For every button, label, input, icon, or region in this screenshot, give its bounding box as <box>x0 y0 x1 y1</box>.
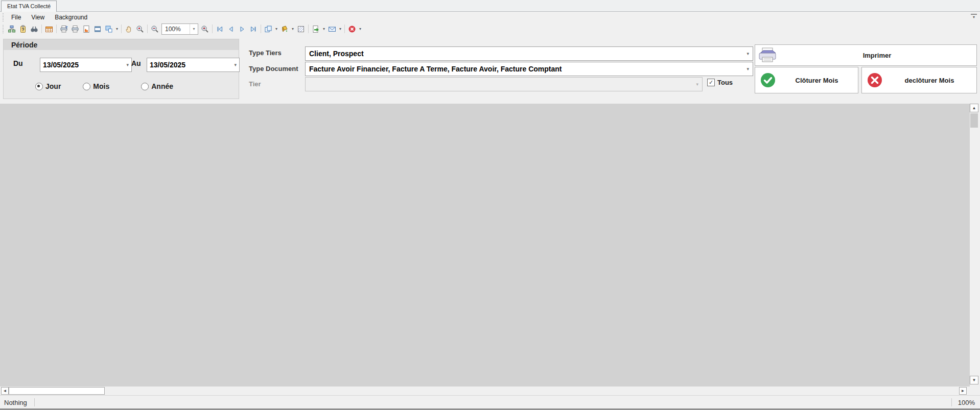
close-dropdown-arrow[interactable]: ▾ <box>358 27 363 31</box>
printer-icon <box>757 47 778 63</box>
page-setup-button[interactable] <box>81 23 92 35</box>
preview-content-area <box>0 104 970 387</box>
toolbar-separator <box>212 25 213 33</box>
hand-tool-button[interactable] <box>123 23 134 35</box>
tier-label: Tier <box>249 80 261 88</box>
send-email-icon <box>328 25 336 33</box>
last-page-button[interactable] <box>248 23 259 35</box>
multiple-pages-button[interactable] <box>263 23 274 35</box>
watermark-icon <box>297 25 305 33</box>
page-color-button[interactable] <box>279 23 290 35</box>
last-page-icon <box>249 25 258 33</box>
quick-print-button[interactable] <box>69 23 81 35</box>
magnifier-icon <box>136 25 144 33</box>
scroll-right-button[interactable]: ► <box>959 387 967 395</box>
radio-annee-label: Année <box>151 82 173 90</box>
toolbar-separator <box>308 25 309 33</box>
cloturer-mois-button[interactable]: Clôturer Mois <box>755 67 858 93</box>
radio-jour[interactable] <box>35 83 43 90</box>
status-text: Nothing <box>4 399 27 406</box>
next-page-button[interactable] <box>237 23 248 35</box>
date-du-dropdown-arrow[interactable]: ▾ <box>126 62 129 67</box>
vertical-scrollbar[interactable]: ▲ ▼ <box>970 104 978 384</box>
du-label: Du <box>13 59 23 67</box>
first-page-icon <box>216 25 224 33</box>
type-document-combo[interactable]: Facture Avoir Financier, Facture A Terme… <box>305 62 753 76</box>
tous-checkbox[interactable]: ✓ <box>707 79 715 86</box>
type-document-dropdown-arrow[interactable]: ▾ <box>746 66 749 71</box>
toolbar-overflow-button[interactable]: ▾ <box>971 14 977 19</box>
watermark-button[interactable] <box>295 23 307 35</box>
scroll-left-button[interactable]: ◄ <box>1 387 9 395</box>
magnifier-button[interactable] <box>134 23 146 35</box>
zoom-out-icon <box>151 25 159 33</box>
zoom-in-button[interactable] <box>199 23 211 35</box>
zoom-level-combo[interactable]: 100% ▾ <box>161 23 198 35</box>
email-dropdown-arrow[interactable]: ▾ <box>338 27 343 31</box>
toolbar-separator <box>121 25 122 33</box>
document-map-button[interactable] <box>6 23 17 35</box>
multiple-pages-dropdown-arrow[interactable]: ▾ <box>274 27 279 31</box>
red-x-icon <box>867 73 882 88</box>
date-du-combo[interactable]: 13/05/2025 ▾ <box>40 58 132 72</box>
scroll-up-button[interactable]: ▲ <box>970 104 978 112</box>
menu-file[interactable]: File <box>6 13 26 22</box>
customize-button[interactable] <box>43 23 55 35</box>
export-document-icon <box>312 25 320 33</box>
type-tiers-label: Type Tiers <box>249 49 282 57</box>
type-tiers-combo[interactable]: Client, Prospect ▾ <box>305 46 753 61</box>
zoom-level-dropdown-arrow[interactable]: ▾ <box>190 24 198 34</box>
parameters-icon: ? <box>19 25 27 33</box>
page-setup-icon <box>82 25 90 33</box>
status-zoom-value: 100% <box>958 399 975 406</box>
close-preview-icon <box>348 25 356 33</box>
type-document-label: Type Document <box>249 65 298 73</box>
page-color-dropdown-arrow[interactable]: ▾ <box>290 27 295 31</box>
horizontal-scrollbar[interactable]: ◄ ► <box>0 387 980 395</box>
granularity-radio-group: Jour Mois Année <box>35 82 173 90</box>
parameters-button[interactable]: ? <box>17 23 29 35</box>
horizontal-scrollbar-thumb[interactable] <box>9 387 105 395</box>
page-color-icon <box>281 25 289 33</box>
print-dialog-button[interactable]: ? <box>58 23 69 35</box>
next-page-icon <box>238 25 246 33</box>
export-dropdown-arrow[interactable]: ▾ <box>321 27 326 31</box>
decloturer-mois-label: declôturer Mois <box>882 77 976 84</box>
decloturer-mois-button[interactable]: declôturer Mois <box>861 67 977 93</box>
periode-groupbox: Période Du 13/05/2025 ▾ Au 13/05/2025 ▾ … <box>3 39 239 99</box>
radio-mois[interactable] <box>83 83 90 90</box>
close-preview-button[interactable] <box>346 23 358 35</box>
imprimer-button[interactable]: Imprimer <box>755 44 977 66</box>
au-label: Au <box>131 59 141 67</box>
toolbar-separator <box>41 25 42 33</box>
send-email-button[interactable] <box>326 23 338 35</box>
zoom-out-button[interactable] <box>149 23 160 35</box>
date-du-value: 13/05/2025 <box>43 61 79 69</box>
first-page-button[interactable] <box>214 23 225 35</box>
date-au-combo[interactable]: 13/05/2025 ▾ <box>147 58 240 72</box>
green-check-icon <box>760 73 776 88</box>
date-au-dropdown-arrow[interactable]: ▾ <box>234 62 237 67</box>
filter-panel: Période Du 13/05/2025 ▾ Au 13/05/2025 ▾ … <box>0 35 980 104</box>
toolbar-grip-handle[interactable] <box>2 25 5 33</box>
menu-background[interactable]: Background <box>50 13 92 22</box>
header-footer-button[interactable] <box>92 23 103 35</box>
menu-view[interactable]: View <box>26 13 50 22</box>
tier-combo: ▾ <box>305 77 703 91</box>
date-au-value: 13/05/2025 <box>150 61 185 69</box>
cloturer-mois-label: Clôturer Mois <box>776 77 858 84</box>
scale-dropdown-arrow[interactable]: ▾ <box>114 27 120 31</box>
previous-page-button[interactable] <box>225 23 237 35</box>
scale-button[interactable] <box>103 23 114 35</box>
radio-mois-label: Mois <box>93 82 109 90</box>
vertical-scrollbar-thumb[interactable] <box>970 113 978 128</box>
search-button[interactable] <box>29 23 40 35</box>
menubar-grip-handle[interactable] <box>2 13 5 21</box>
status-separator-right <box>951 398 952 406</box>
export-document-button[interactable] <box>310 23 321 35</box>
radio-annee[interactable] <box>141 83 149 90</box>
tab-etat-tva-collecte[interactable]: Etat TVA Collecté <box>1 1 57 12</box>
scroll-down-button[interactable]: ▼ <box>970 376 978 384</box>
menu-bar: File View Background <box>0 12 980 22</box>
type-tiers-dropdown-arrow[interactable]: ▾ <box>746 51 749 56</box>
